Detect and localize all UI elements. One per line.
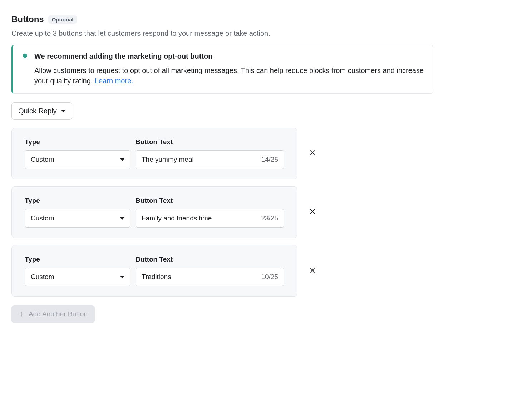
text-column: Button Text 10/25 bbox=[136, 255, 284, 286]
type-select[interactable]: Custom bbox=[25, 150, 130, 169]
text-input-wrap: 14/25 bbox=[136, 150, 284, 169]
button-row: Type Custom Button Text 23/25 bbox=[11, 186, 433, 238]
type-label: Type bbox=[25, 197, 130, 205]
button-row: Type Custom Button Text 10/25 bbox=[11, 245, 433, 297]
remove-button[interactable] bbox=[307, 207, 317, 217]
tip-card: We recommend adding the marketing opt-ou… bbox=[11, 45, 433, 94]
close-icon bbox=[309, 149, 316, 158]
button-type-label: Quick Reply bbox=[18, 107, 57, 115]
type-select[interactable]: Custom bbox=[25, 209, 130, 228]
button-row: Type Custom Button Text 14/25 bbox=[11, 128, 433, 179]
caret-down-icon bbox=[120, 158, 124, 161]
text-label: Button Text bbox=[136, 255, 284, 263]
text-input-wrap: 10/25 bbox=[136, 268, 284, 286]
section-title: Buttons bbox=[11, 14, 44, 24]
learn-more-link[interactable]: Learn more. bbox=[95, 77, 133, 85]
tip-body: We recommend adding the marketing opt-ou… bbox=[34, 52, 424, 86]
button-card: Type Custom Button Text 14/25 bbox=[11, 128, 297, 179]
button-type-dropdown[interactable]: Quick Reply bbox=[11, 102, 72, 120]
tip-text-content: Allow customers to request to opt out of… bbox=[34, 67, 424, 85]
buttons-section: Buttons Optional Create up to 3 buttons … bbox=[11, 14, 433, 323]
button-text-input[interactable] bbox=[142, 273, 257, 281]
caret-down-icon bbox=[120, 276, 124, 278]
char-count: 10/25 bbox=[261, 273, 278, 281]
close-icon bbox=[309, 208, 316, 217]
close-icon bbox=[309, 266, 316, 275]
caret-down-icon bbox=[61, 110, 65, 112]
text-column: Button Text 14/25 bbox=[136, 138, 284, 169]
add-another-button[interactable]: Add Another Button bbox=[11, 305, 95, 323]
plus-icon bbox=[19, 311, 25, 317]
caret-down-icon bbox=[120, 217, 124, 220]
type-column: Type Custom bbox=[25, 138, 130, 169]
button-text-input[interactable] bbox=[142, 156, 257, 163]
char-count: 14/25 bbox=[261, 156, 278, 163]
button-card: Type Custom Button Text 23/25 bbox=[11, 186, 297, 238]
type-column: Type Custom bbox=[25, 255, 130, 286]
type-value: Custom bbox=[31, 273, 54, 281]
type-label: Type bbox=[25, 138, 130, 146]
remove-button[interactable] bbox=[307, 266, 317, 276]
tip-title: We recommend adding the marketing opt-ou… bbox=[34, 52, 424, 60]
type-value: Custom bbox=[31, 214, 54, 222]
type-select[interactable]: Custom bbox=[25, 268, 130, 286]
tip-text: Allow customers to request to opt out of… bbox=[34, 65, 424, 86]
char-count: 23/25 bbox=[261, 214, 278, 222]
button-card: Type Custom Button Text 10/25 bbox=[11, 245, 297, 297]
type-value: Custom bbox=[31, 156, 54, 163]
optional-badge: Optional bbox=[48, 15, 77, 24]
type-column: Type Custom bbox=[25, 197, 130, 228]
section-description: Create up to 3 buttons that let customer… bbox=[11, 29, 433, 38]
text-input-wrap: 23/25 bbox=[136, 209, 284, 228]
lightbulb-icon bbox=[21, 53, 29, 60]
type-label: Type bbox=[25, 255, 130, 263]
section-header: Buttons Optional bbox=[11, 14, 433, 24]
button-text-input[interactable] bbox=[142, 214, 257, 222]
text-label: Button Text bbox=[136, 197, 284, 205]
text-column: Button Text 23/25 bbox=[136, 197, 284, 228]
text-label: Button Text bbox=[136, 138, 284, 146]
add-button-label: Add Another Button bbox=[29, 310, 88, 318]
remove-button[interactable] bbox=[307, 148, 317, 158]
